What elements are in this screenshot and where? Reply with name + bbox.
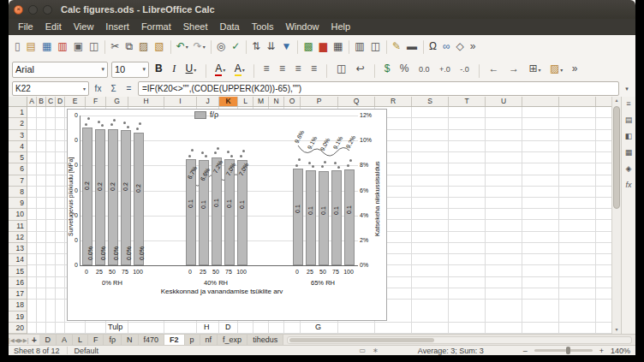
selection-stats[interactable]: Average: 3; Sum: 3 [418, 347, 484, 355]
menu-item[interactable]: Sheet [177, 19, 214, 35]
sheet-tab[interactable]: D [39, 335, 57, 346]
expand-formula-bar-icon[interactable]: ▾ [622, 86, 632, 92]
row-header[interactable]: 8 [9, 187, 27, 198]
insert-hyperlink-icon[interactable]: ∞ [440, 39, 454, 56]
column-header[interactable]: N [269, 97, 284, 106]
sort-descending-icon[interactable]: ⇊ [264, 39, 278, 56]
add-sheet-button[interactable]: + [28, 335, 39, 345]
column-header[interactable]: R [375, 97, 412, 106]
paste-icon[interactable]: ▨ [136, 39, 152, 56]
font-name-combo[interactable]: Arial ▾ [12, 62, 108, 78]
column-header[interactable]: A [27, 97, 37, 106]
menu-item[interactable]: Edit [39, 19, 68, 35]
column-header[interactable]: O [284, 97, 301, 106]
column-header[interactable] [522, 97, 559, 106]
save-icon[interactable]: ▦ [39, 39, 55, 56]
clone-formatting-icon[interactable]: ▧ [152, 39, 167, 56]
scrollbar-thumb[interactable] [289, 338, 433, 342]
column-header[interactable]: J [197, 97, 219, 106]
row-header[interactable]: 14 [9, 254, 27, 265]
row-header[interactable]: 5 [9, 152, 27, 163]
sheet-tab[interactable]: p [185, 335, 200, 346]
merge-cells-icon[interactable]: ◫ [334, 61, 349, 78]
underline-button[interactable]: U ▾ [183, 61, 200, 78]
format-number-icon[interactable]: 0.0 [416, 62, 433, 79]
print-icon[interactable]: ▣ [71, 39, 86, 56]
find-replace-icon[interactable]: ◎ [214, 39, 229, 56]
column-header[interactable]: U [486, 97, 522, 106]
indent-decrease-icon[interactable]: ← [486, 61, 503, 78]
row-header[interactable]: 13 [9, 243, 27, 254]
row-header[interactable]: 15 [9, 266, 27, 277]
toolbar-overflow-icon[interactable]: » [569, 61, 581, 78]
cut-icon[interactable]: ✂ [108, 39, 122, 56]
last-sheet-button[interactable]: ▶| [23, 337, 29, 343]
column-header[interactable]: C [46, 97, 56, 106]
new-document-icon[interactable]: ▯ [12, 39, 24, 56]
row-header[interactable]: 12 [9, 232, 27, 243]
navigator-icon[interactable]: ◈ [623, 163, 635, 174]
select-all-corner[interactable] [9, 97, 27, 107]
align-center-icon[interactable]: ≡ [277, 61, 289, 78]
menu-item[interactable]: Insert [99, 19, 135, 35]
column-header[interactable]: K [219, 97, 238, 106]
column-header[interactable]: G [106, 97, 128, 106]
freeze-panes-icon[interactable]: ▥ [352, 39, 367, 56]
styles-icon[interactable]: ◧ [623, 131, 635, 141]
font-size-combo[interactable]: 10 ▾ [111, 62, 149, 78]
italic-button[interactable]: I [170, 61, 179, 78]
insert-chart-icon[interactable]: ▆ [317, 39, 331, 56]
sheet-tab[interactable]: F2 [164, 335, 185, 346]
zoom-slider-thumb[interactable] [566, 347, 570, 354]
sort-ascending-icon[interactable]: ⇅ [249, 39, 264, 56]
borders-icon[interactable]: ⊞ ▾ [526, 61, 543, 78]
add-decimal-icon[interactable]: +.0 [437, 62, 454, 79]
sheet-tab[interactable]: F [88, 335, 104, 346]
row-header[interactable]: 2 [9, 118, 27, 129]
sheet-tab[interactable]: tihedus [247, 335, 283, 346]
name-box[interactable]: K22 ▾ [12, 81, 89, 96]
align-right-icon[interactable]: ≡ [293, 61, 305, 78]
highlight-color-button[interactable]: A ▾ [232, 61, 247, 78]
menu-item[interactable]: Window [279, 19, 325, 35]
row-header[interactable]: 10 [9, 209, 27, 220]
vertical-scrollbar[interactable]: ▴ ▾ [611, 97, 621, 334]
column-header[interactable]: M [253, 97, 269, 106]
gallery-icon[interactable]: ▦ [623, 147, 635, 157]
menu-item[interactable]: Format [135, 19, 177, 35]
embedded-chart[interactable]: f/ρ Survetugevus pikikiudu [MPa] Katseke… [67, 109, 387, 321]
properties-icon[interactable]: ▤ [623, 115, 635, 125]
formula-icon[interactable]: = [122, 84, 135, 93]
copy-icon[interactable]: ⧉ [122, 39, 136, 56]
insert-comment-icon[interactable]: ✎ [390, 39, 404, 56]
minimize-button[interactable] [28, 5, 38, 15]
zoom-in-button[interactable]: + [599, 347, 604, 355]
bold-button[interactable]: B [152, 61, 166, 78]
page-style[interactable]: Default [75, 347, 99, 355]
spelling-icon[interactable]: ✓ [229, 39, 243, 56]
row-header[interactable]: 16 [9, 277, 27, 288]
close-button[interactable]: × [14, 5, 23, 15]
column-header[interactable]: D [56, 97, 65, 106]
sheet-tab[interactable]: f470 [139, 335, 165, 346]
sidebar-menu-icon[interactable]: ≡ [623, 98, 635, 109]
export-pdf-icon[interactable]: ▥ [55, 39, 70, 56]
function-wizard-icon[interactable]: fx [92, 84, 104, 93]
sheet-tab[interactable]: f_exp [218, 335, 247, 346]
row-header[interactable]: 11 [9, 221, 27, 232]
row-header[interactable]: 4 [9, 141, 27, 152]
open-icon[interactable]: ▤ [24, 39, 39, 56]
pivot-table-icon[interactable]: ▦ [331, 39, 346, 56]
column-header[interactable]: H [128, 97, 164, 106]
menu-item[interactable]: File [12, 19, 39, 35]
row-header[interactable]: 18 [9, 300, 27, 311]
sheet-tab[interactable]: L [73, 335, 88, 346]
zoom-slider[interactable] [534, 349, 593, 352]
insert-symbol-icon[interactable]: Ω [426, 39, 440, 56]
align-justify-icon[interactable]: ≡ [308, 61, 320, 78]
redo-icon[interactable]: ↷ ▾ [191, 39, 208, 56]
row-header[interactable]: 9 [9, 198, 27, 209]
column-header[interactable]: I [164, 97, 197, 106]
column-header[interactable] [596, 97, 611, 106]
selection-mode-icon[interactable]: ▭ [360, 347, 367, 354]
